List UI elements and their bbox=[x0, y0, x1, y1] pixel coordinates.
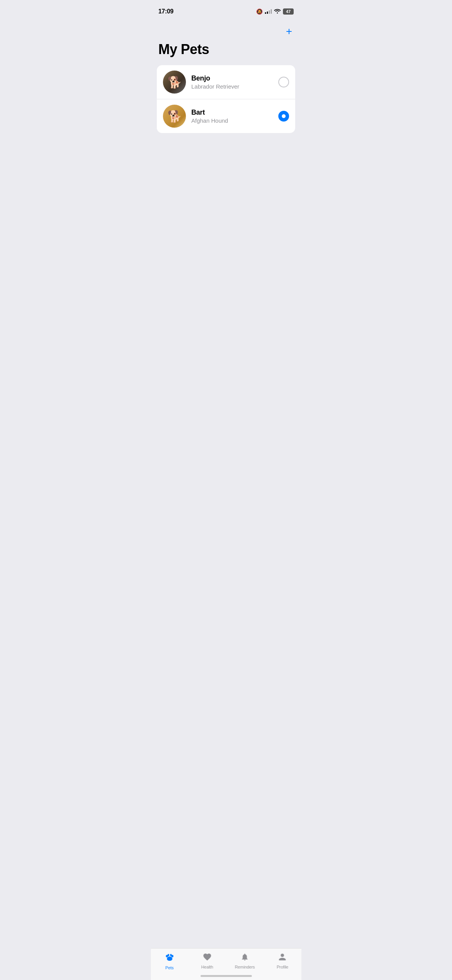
pet-list-card: Benjo Labrador Retriever Bart Afghan Hou… bbox=[157, 65, 295, 133]
status-bar: 17:09 🔕 47 bbox=[151, 0, 301, 21]
radio-benjo[interactable] bbox=[278, 77, 289, 87]
add-button-row: + bbox=[151, 21, 301, 40]
page-title: My Pets bbox=[151, 40, 301, 65]
status-icons: 🔕 47 bbox=[256, 8, 294, 15]
radio-bart[interactable] bbox=[278, 111, 289, 122]
pet-breed-bart: Afghan Hound bbox=[191, 117, 278, 124]
pet-info-bart: Bart Afghan Hound bbox=[191, 109, 278, 124]
pet-breed-benjo: Labrador Retriever bbox=[191, 83, 278, 90]
pet-name-benjo: Benjo bbox=[191, 74, 278, 82]
avatar-benjo bbox=[163, 71, 186, 94]
wifi-icon bbox=[274, 8, 281, 15]
pet-item-bart[interactable]: Bart Afghan Hound bbox=[157, 99, 295, 133]
pet-name-bart: Bart bbox=[191, 109, 278, 117]
status-time: 17:09 bbox=[158, 8, 173, 15]
pet-info-benjo: Benjo Labrador Retriever bbox=[191, 74, 278, 90]
pet-item-benjo[interactable]: Benjo Labrador Retriever bbox=[157, 65, 295, 99]
avatar-bart bbox=[163, 105, 186, 128]
mute-icon: 🔕 bbox=[256, 8, 263, 15]
add-pet-button[interactable]: + bbox=[284, 25, 294, 38]
battery-icon: 47 bbox=[283, 8, 294, 15]
signal-bars-icon bbox=[265, 9, 272, 14]
